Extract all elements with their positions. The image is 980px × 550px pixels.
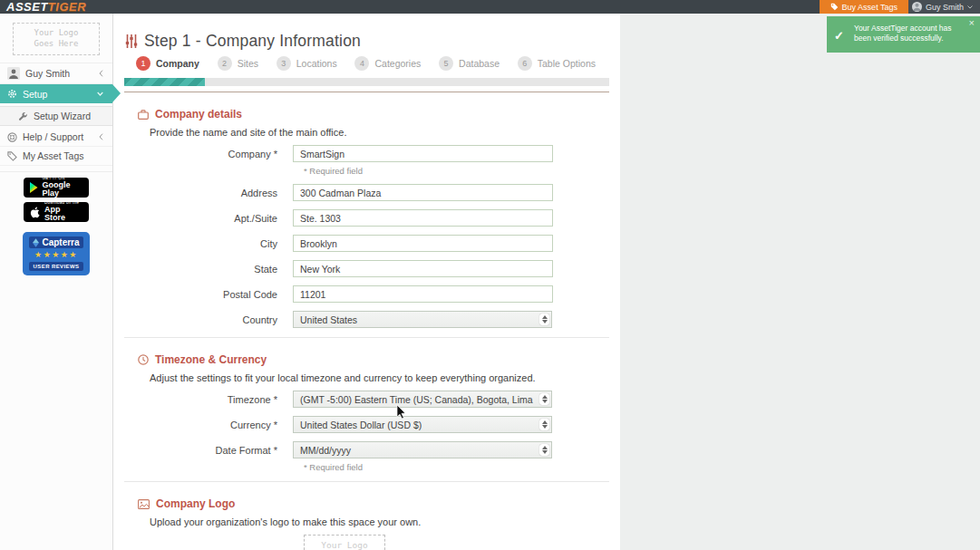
step-label: Categories (374, 58, 421, 69)
chevron-down-icon (97, 92, 103, 96)
sidebar-badges: GET IT ON Google Play Download on the Ap… (0, 171, 112, 275)
sidebar-item-my-asset-tags[interactable]: My Asset Tags (0, 147, 112, 166)
page-title-row: Step 1 - Company Information (125, 32, 620, 51)
sidebar: Your Logo Goes Here Guy Smith Setup Setu… (0, 14, 113, 550)
step-number: 4 (354, 56, 369, 71)
step-number: 5 (439, 56, 453, 71)
select-stepper-icon (539, 419, 549, 430)
capterra-caption: USER REVIEWS (29, 262, 84, 271)
date-format-label: Date Format * (113, 445, 277, 456)
timezone-selected-value: (GMT -5:00) Eastern Time (US; Canada), B… (300, 394, 533, 405)
step-categories[interactable]: 4 Categories (354, 56, 421, 71)
title-divider (124, 92, 609, 92)
wizard-steps: 1 Company 2 Sites 3 Locations 4 Categori… (113, 56, 620, 71)
app-store-badge[interactable]: Download on the App Store (24, 202, 89, 222)
brand-part-tiger: TIGER (48, 0, 86, 14)
select-stepper-icon (539, 314, 549, 325)
chevron-left-icon (99, 133, 103, 140)
sliders-icon (125, 34, 138, 48)
sidebar-item-setup-wizard[interactable]: Setup Wizard (0, 106, 112, 126)
step-label: Locations (296, 58, 337, 69)
section-timezone-currency: Timezone & Currency Adjust the settings … (113, 353, 620, 472)
top-bar: ASSETTIGER Buy Asset Tags Guy Smith (0, 0, 980, 14)
logo-placeholder-line1: Your Logo (34, 28, 79, 39)
required-field-note: * Required field (304, 462, 620, 472)
google-play-badge[interactable]: GET IT ON Google Play (24, 178, 89, 198)
currency-select[interactable]: United States Dollar (USD $) (293, 416, 552, 433)
capterra-badge[interactable]: Capterra ★★★★★ USER REVIEWS (23, 232, 90, 275)
wizard-progress-bar (124, 78, 609, 86)
step-label: Database (459, 58, 500, 69)
google-play-icon (30, 182, 38, 193)
form-row-currency: Currency * United States Dollar (USD $) (113, 416, 620, 433)
toast-close-icon[interactable]: × (969, 18, 975, 28)
apt-suite-input[interactable] (293, 209, 553, 227)
section-divider (124, 337, 609, 338)
state-input[interactable] (293, 260, 553, 277)
step-database[interactable]: 5 Database (439, 56, 500, 71)
postal-code-input[interactable] (293, 285, 553, 303)
step-company[interactable]: 1 Company (136, 56, 199, 71)
section-subtitle: Upload your organization's logo to make … (150, 516, 620, 527)
google-play-line2: Google Play (43, 181, 82, 199)
chevron-down-icon (967, 5, 973, 9)
sidebar-item-setup[interactable]: Setup (0, 84, 112, 103)
step-locations[interactable]: 3 Locations (277, 56, 337, 71)
wizard-progress-fill (124, 78, 205, 86)
section-subtitle: Adjust the settings to fit your local ti… (150, 372, 620, 383)
address-label: Address (113, 188, 277, 198)
postal-code-label: Postal Code (113, 289, 277, 300)
sidebar-user-row[interactable]: Guy Smith (0, 63, 112, 84)
city-label: City (113, 238, 277, 249)
user-menu[interactable]: Guy Smith (908, 0, 980, 14)
section-title: Company Logo (156, 497, 235, 510)
city-input[interactable] (293, 235, 553, 252)
user-name: Guy Smith (926, 3, 964, 12)
select-stepper-icon (539, 393, 549, 405)
step-number: 6 (518, 56, 532, 71)
user-avatar-icon (7, 67, 20, 80)
apt-suite-label: Apt./Suite (113, 213, 277, 224)
briefcase-icon (138, 110, 149, 120)
main-content: Step 1 - Company Information 1 Company 2… (113, 14, 620, 550)
sidebar-item-help-support[interactable]: Help / Support (0, 128, 112, 147)
company-label: Company * (113, 149, 277, 159)
star-rating: ★★★★★ (34, 251, 78, 259)
address-input[interactable] (293, 184, 553, 201)
state-label: State (113, 264, 277, 275)
currency-label: Currency * (113, 420, 277, 430)
form-row-company: Company * (113, 145, 620, 162)
section-divider (124, 481, 609, 482)
step-number: 2 (218, 56, 232, 71)
buy-asset-tags-button[interactable]: Buy Asset Tags (820, 0, 908, 14)
wrench-icon (18, 111, 28, 121)
country-select[interactable]: United States (293, 311, 552, 328)
company-input[interactable] (293, 145, 553, 162)
step-sites[interactable]: 2 Sites (218, 56, 258, 71)
step-label: Table Options (538, 58, 596, 69)
logo-upload-placeholder[interactable]: Your Logo Goes Here (304, 535, 385, 550)
step-table-options[interactable]: 6 Table Options (518, 56, 596, 71)
logo-placeholder-line2: Goes Here (34, 39, 79, 50)
logo-placeholder-line1: Your Logo (321, 540, 367, 550)
image-icon (138, 499, 150, 509)
sidebar-item-label: Help / Support (23, 131, 83, 142)
brand-part-asset: ASSET (6, 0, 48, 14)
sidebar-logo-placeholder[interactable]: Your Logo Goes Here (13, 23, 100, 55)
assettiger-logo[interactable]: ASSETTIGER (0, 0, 86, 14)
section-title: Timezone & Currency (155, 353, 267, 366)
user-avatar (912, 2, 922, 12)
form-row-postal-code: Postal Code (113, 285, 620, 303)
timezone-select[interactable]: (GMT -5:00) Eastern Time (US; Canada), B… (293, 391, 552, 408)
chevron-left-icon[interactable] (99, 70, 103, 77)
select-stepper-icon (539, 444, 549, 456)
tag-icon (830, 3, 839, 11)
sidebar-nav: Setup Setup Wizard Help / Support (0, 84, 112, 166)
topbar-right: Buy Asset Tags Guy Smith (820, 0, 980, 14)
capterra-icon (33, 238, 39, 247)
date-format-select[interactable]: MM/dd/yyyy (293, 441, 552, 458)
section-header: Company details (138, 108, 620, 121)
date-format-selected-value: MM/dd/yyyy (300, 445, 351, 456)
form-row-date-format: Date Format * MM/dd/yyyy (113, 441, 620, 458)
timezone-label: Timezone * (113, 394, 277, 405)
